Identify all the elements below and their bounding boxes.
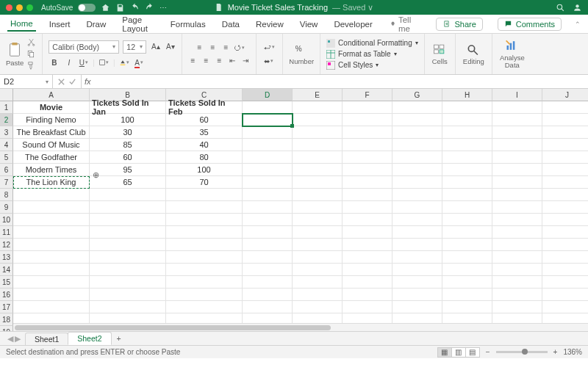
cell-F11[interactable] xyxy=(343,226,392,239)
cell-E3[interactable] xyxy=(293,126,343,139)
cell-A8[interactable] xyxy=(13,189,90,201)
save-icon[interactable] xyxy=(115,3,125,12)
zoom-slider[interactable] xyxy=(496,351,548,353)
cell-H7[interactable] xyxy=(442,176,492,189)
cell-H14[interactable] xyxy=(442,264,492,276)
cell-H16[interactable] xyxy=(442,289,492,301)
cell-A14[interactable] xyxy=(13,264,90,276)
cell-G16[interactable] xyxy=(392,289,442,301)
document-title[interactable]: Movie Ticket Sales Tracking — Saved ∨ xyxy=(215,3,374,12)
orientation-icon[interactable]: ⭯ xyxy=(233,42,245,53)
font-color-button[interactable]: A xyxy=(134,57,145,68)
tab-view[interactable]: View xyxy=(297,18,321,31)
align-left-icon[interactable]: ≡ xyxy=(187,55,198,66)
cell-F2[interactable] xyxy=(343,114,392,126)
row-header-4[interactable]: 4 xyxy=(0,139,13,151)
row-header-2[interactable]: 2 xyxy=(0,114,13,126)
cell-A5[interactable]: The Godfather xyxy=(13,151,90,164)
tab-developer[interactable]: Developer xyxy=(331,18,375,31)
cell-J10[interactable] xyxy=(542,214,588,226)
zoom-in-button[interactable]: + xyxy=(553,348,558,356)
cell-F10[interactable] xyxy=(343,214,392,226)
view-buttons[interactable]: ▦ ▥ ▤ xyxy=(438,347,480,358)
cell-B2[interactable]: 100 xyxy=(90,114,166,126)
cell-E17[interactable] xyxy=(293,301,343,313)
bold-button[interactable]: B xyxy=(49,57,60,68)
cell-E2[interactable] xyxy=(293,114,343,126)
cell-D17[interactable] xyxy=(243,301,293,313)
col-header-J[interactable]: J xyxy=(542,89,588,101)
cell-H8[interactable] xyxy=(442,189,492,201)
cell-D15[interactable] xyxy=(243,276,293,289)
cell-F4[interactable] xyxy=(343,139,392,151)
cell-C3[interactable]: 35 xyxy=(166,126,243,139)
cell-I15[interactable] xyxy=(492,276,542,289)
cell-F8[interactable] xyxy=(343,189,392,201)
select-all-corner[interactable] xyxy=(0,89,13,101)
cell-H4[interactable] xyxy=(442,139,492,151)
cell-G14[interactable] xyxy=(392,264,442,276)
cell-B8[interactable] xyxy=(90,189,166,201)
col-header-F[interactable]: F xyxy=(343,89,392,101)
cell-D3[interactable] xyxy=(243,126,293,139)
cell-F5[interactable] xyxy=(343,151,392,164)
col-header-G[interactable]: G xyxy=(392,89,442,101)
cell-H6[interactable] xyxy=(442,164,492,176)
maximize-window[interactable] xyxy=(26,4,33,11)
cell-J2[interactable] xyxy=(542,114,588,126)
cell-A9[interactable] xyxy=(13,201,90,214)
cell-C4[interactable]: 40 xyxy=(166,139,243,151)
cell-A6[interactable]: Modern Times xyxy=(13,164,90,176)
cell-J3[interactable] xyxy=(542,126,588,139)
row-header-15[interactable]: 15 xyxy=(0,276,13,289)
normal-view-icon[interactable]: ▦ xyxy=(437,347,452,358)
cell-H1[interactable] xyxy=(442,101,492,114)
row-header-5[interactable]: 5 xyxy=(0,151,13,164)
cell-I8[interactable] xyxy=(492,189,542,201)
conditional-formatting-button[interactable]: Conditional Formatting▾ xyxy=(326,39,418,48)
cell-J7[interactable] xyxy=(542,176,588,189)
cell-F6[interactable] xyxy=(343,164,392,176)
cell-I1[interactable] xyxy=(492,101,542,114)
share-button[interactable]: Share xyxy=(436,18,482,31)
cell-I6[interactable] xyxy=(492,164,542,176)
increase-font-icon[interactable]: A▴ xyxy=(150,41,161,52)
cell-D12[interactable] xyxy=(243,239,293,251)
row-header-17[interactable]: 17 xyxy=(0,301,13,313)
cell-G2[interactable] xyxy=(392,114,442,126)
row-header-8[interactable]: 8 xyxy=(0,189,13,201)
cell-A7[interactable]: The Lion King xyxy=(13,176,90,189)
format-painter-icon[interactable] xyxy=(26,61,36,70)
cell-G8[interactable] xyxy=(392,189,442,201)
cell-B15[interactable] xyxy=(90,276,166,289)
cell-F1[interactable] xyxy=(343,101,392,114)
cell-I10[interactable] xyxy=(492,214,542,226)
spreadsheet-grid[interactable]: ABCDEFGHIJ1MovieTickets Sold In JanTicke… xyxy=(0,89,588,331)
cell-B12[interactable] xyxy=(90,239,166,251)
tab-insert[interactable]: Insert xyxy=(46,18,74,31)
row-header-16[interactable]: 16 xyxy=(0,289,13,301)
cell-G5[interactable] xyxy=(392,151,442,164)
row-header-11[interactable]: 11 xyxy=(0,226,13,239)
cell-H12[interactable] xyxy=(442,239,492,251)
cell-C2[interactable]: 60 xyxy=(166,114,243,126)
tell-me[interactable]: Tell me xyxy=(390,15,416,33)
underline-button[interactable]: U xyxy=(78,57,89,68)
cell-J14[interactable] xyxy=(542,264,588,276)
cell-G11[interactable] xyxy=(392,226,442,239)
home-icon[interactable] xyxy=(101,3,110,12)
cell-H11[interactable] xyxy=(442,226,492,239)
row-header-19[interactable]: 19 xyxy=(0,326,13,331)
cell-G1[interactable] xyxy=(392,101,442,114)
row-header-3[interactable]: 3 xyxy=(0,126,13,139)
cell-J13[interactable] xyxy=(542,251,588,264)
font-size-select[interactable]: 12▾ xyxy=(123,40,146,54)
autosave-toggle[interactable] xyxy=(78,4,96,12)
cell-E14[interactable] xyxy=(293,264,343,276)
cell-D5[interactable] xyxy=(243,151,293,164)
cell-E7[interactable] xyxy=(293,176,343,189)
paste-button[interactable]: Paste xyxy=(6,41,24,67)
cell-H3[interactable] xyxy=(442,126,492,139)
italic-button[interactable]: I xyxy=(63,57,74,68)
row-header-9[interactable]: 9 xyxy=(0,201,13,214)
